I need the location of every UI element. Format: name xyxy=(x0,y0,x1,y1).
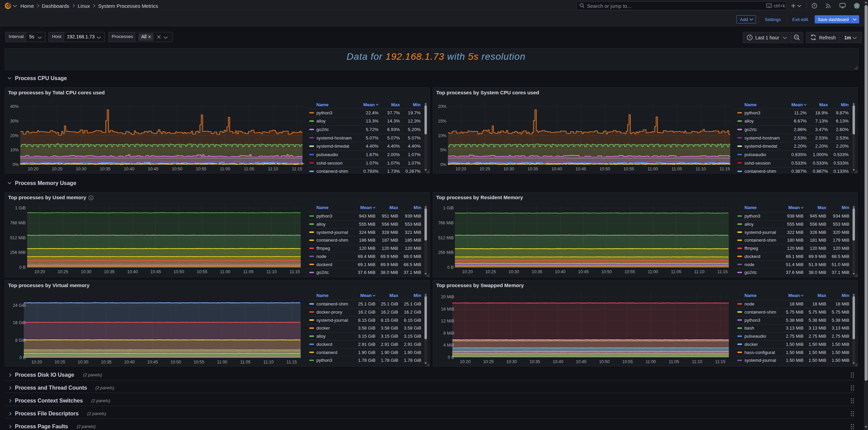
svg-text:11:00: 11:00 xyxy=(217,360,227,364)
svg-text:12.3%: 12.3% xyxy=(408,118,421,124)
svg-text:11:10: 11:10 xyxy=(266,269,277,274)
svg-text:Top processes by System CPU co: Top processes by System CPU cores used xyxy=(436,90,539,95)
svg-text:1.50 MiB: 1.50 MiB xyxy=(786,350,804,355)
svg-text:1.50 MiB: 1.50 MiB xyxy=(786,358,804,363)
svg-text:4.40%: 4.40% xyxy=(366,144,379,149)
svg-text:hass-configurat: hass-configurat xyxy=(744,350,775,355)
svg-text:go2rtc: go2rtc xyxy=(744,270,757,275)
svg-text:120 MiB: 120 MiB xyxy=(810,246,827,251)
svg-text:321 MiB: 321 MiB xyxy=(405,230,422,235)
svg-text:181 MiB: 181 MiB xyxy=(810,238,827,243)
svg-text:943 MiB: 943 MiB xyxy=(359,213,376,219)
svg-text:51.0 MiB: 51.0 MiB xyxy=(832,262,849,267)
svg-text:10:25: 10:25 xyxy=(58,269,68,274)
svg-text:1.50 MiB: 1.50 MiB xyxy=(786,342,804,347)
svg-text:2.91 GiB: 2.91 GiB xyxy=(404,342,422,347)
svg-text:37.1 MiB: 37.1 MiB xyxy=(404,270,421,275)
svg-text:22.4%: 22.4% xyxy=(366,110,379,115)
svg-text:0 B: 0 B xyxy=(19,265,26,270)
svg-text:1.50 MiB: 1.50 MiB xyxy=(809,358,826,363)
svg-text:16 GiB: 16 GiB xyxy=(13,320,26,325)
svg-text:3.13 MiB: 3.13 MiB xyxy=(809,325,826,331)
svg-text:containerd: containerd xyxy=(316,350,337,355)
svg-text:51.9 MiB: 51.9 MiB xyxy=(809,262,826,267)
svg-text:25.1 GiB: 25.1 GiB xyxy=(381,301,399,306)
svg-text:sshd-session: sshd-session xyxy=(316,161,343,166)
svg-text:3.15 GiB: 3.15 GiB xyxy=(358,334,376,339)
svg-text:1.90 GiB: 1.90 GiB xyxy=(404,350,422,355)
svg-text:179 MiB: 179 MiB xyxy=(833,238,850,243)
svg-text:2.53%: 2.53% xyxy=(836,135,849,141)
svg-text:939 MiB: 939 MiB xyxy=(405,213,422,219)
svg-text:ffmpeg: ffmpeg xyxy=(744,246,758,251)
svg-text:Top processes by Virtual memor: Top processes by Virtual memory xyxy=(8,282,90,288)
svg-text:11:15: 11:15 xyxy=(717,269,727,274)
svg-text:11:05: 11:05 xyxy=(672,167,682,171)
svg-text:37.6 MiB: 37.6 MiB xyxy=(358,270,375,275)
svg-text:0 B: 0 B xyxy=(448,355,454,360)
svg-text:8.15 GiB: 8.15 GiB xyxy=(381,318,399,323)
svg-text:38.0 MiB: 38.0 MiB xyxy=(809,270,826,275)
svg-text:11:10: 11:10 xyxy=(263,360,274,364)
svg-text:512 MiB: 512 MiB xyxy=(10,236,26,240)
svg-text:10:30: 10:30 xyxy=(76,167,86,171)
svg-text:pulseaudio: pulseaudio xyxy=(316,152,338,157)
svg-text:0.387%: 0.387% xyxy=(791,169,807,174)
svg-text:10:40: 10:40 xyxy=(555,269,566,274)
svg-text:systemd-journal: systemd-journal xyxy=(316,230,348,235)
svg-text:python3: python3 xyxy=(316,358,332,363)
svg-text:11:15: 11:15 xyxy=(290,269,300,274)
svg-text:10:25: 10:25 xyxy=(480,167,490,171)
svg-text:11:00: 11:00 xyxy=(648,269,658,274)
svg-text:945 MiB: 945 MiB xyxy=(810,213,827,219)
svg-text:1.50 MiB: 1.50 MiB xyxy=(832,350,849,355)
svg-text:10:55: 10:55 xyxy=(624,269,635,274)
svg-text:0.533%: 0.533% xyxy=(791,161,807,166)
svg-text:containerd-shim: containerd-shim xyxy=(744,169,776,174)
svg-text:20%: 20% xyxy=(438,104,446,109)
svg-text:7.13%: 7.13% xyxy=(815,118,828,124)
svg-text:10:45: 10:45 xyxy=(575,167,586,171)
svg-text:2.00%: 2.00% xyxy=(387,152,400,157)
svg-text:10:35: 10:35 xyxy=(528,167,538,171)
svg-text:containerd-shim: containerd-shim xyxy=(744,310,776,315)
svg-text:11:15: 11:15 xyxy=(287,360,297,364)
svg-text:Min: Min xyxy=(842,293,849,298)
svg-text:Max: Max xyxy=(817,293,826,298)
svg-text:0.133%: 0.133% xyxy=(833,169,849,174)
svg-text:69.9 MiB: 69.9 MiB xyxy=(809,254,826,259)
svg-text:10:40: 10:40 xyxy=(127,269,138,274)
svg-text:934 MiB: 934 MiB xyxy=(833,213,850,219)
svg-text:10:55: 10:55 xyxy=(197,269,207,274)
svg-text:Min: Min xyxy=(413,205,421,210)
svg-text:python3: python3 xyxy=(316,213,332,219)
svg-text:dockerd: dockerd xyxy=(316,342,332,347)
svg-text:5.20%: 5.20% xyxy=(408,127,421,132)
svg-text:Mean: Mean xyxy=(788,293,800,298)
svg-text:11:00: 11:00 xyxy=(648,167,658,171)
svg-text:16.2 GiB: 16.2 GiB xyxy=(381,310,399,315)
svg-text:10%: 10% xyxy=(10,148,19,152)
svg-text:10:50: 10:50 xyxy=(599,359,610,364)
svg-text:11:00: 11:00 xyxy=(646,359,656,364)
svg-text:555 MiB: 555 MiB xyxy=(787,222,804,227)
svg-text:2.60%: 2.60% xyxy=(836,127,849,132)
svg-text:Top processes by Resident Memo: Top processes by Resident Memory xyxy=(436,194,523,200)
svg-text:512 MiB: 512 MiB xyxy=(438,236,454,240)
svg-text:0.533%: 0.533% xyxy=(833,152,849,157)
svg-text:14.3%: 14.3% xyxy=(387,118,400,124)
svg-text:2.53%: 2.53% xyxy=(815,135,828,141)
svg-text:alloy: alloy xyxy=(316,334,326,339)
svg-text:11:05: 11:05 xyxy=(669,359,679,364)
svg-text:0.867%: 0.867% xyxy=(813,169,828,174)
svg-text:2.20%: 2.20% xyxy=(815,144,828,149)
svg-text:2.86%: 2.86% xyxy=(794,127,807,132)
svg-text:12 MiB: 12 MiB xyxy=(441,319,454,323)
svg-text:10:45: 10:45 xyxy=(148,167,158,171)
svg-text:10:55: 10:55 xyxy=(193,360,204,364)
svg-text:10:45: 10:45 xyxy=(576,359,586,364)
svg-text:8 GiB: 8 GiB xyxy=(15,338,26,343)
svg-text:Top processes by Used memory: Top processes by Used memory xyxy=(8,194,86,200)
svg-text:systemd-hostnam: systemd-hostnam xyxy=(744,135,780,141)
svg-text:2.91 GiB: 2.91 GiB xyxy=(358,342,376,347)
